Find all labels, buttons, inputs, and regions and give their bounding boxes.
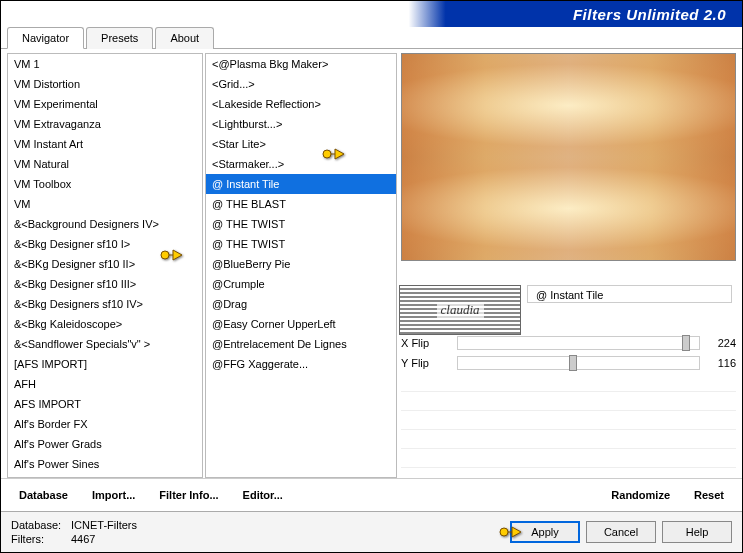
reset-button[interactable]: Reset [684,485,734,505]
filter-item[interactable]: @Crumple [206,274,396,294]
db-label: Database: [11,518,71,532]
slider-xflip-track[interactable] [457,336,700,350]
category-list[interactable]: VM 1VM DistortionVM ExperimentalVM Extra… [7,53,203,478]
slider-yflip-label: Y Flip [401,357,451,369]
preview-column: claudia @ Instant Tile X Flip 224 Y Flip [401,53,736,478]
category-item[interactable]: &<Bkg Designer sf10 III> [8,274,202,294]
filter-item[interactable]: <Lakeside Reflection> [206,94,396,114]
slider-yflip: Y Flip 116 [401,353,736,373]
help-button[interactable]: Help [662,521,732,543]
category-item[interactable]: Alf's Power Sines [8,454,202,474]
filter-item[interactable]: @ THE TWIST [206,234,396,254]
filter-item[interactable]: @BlueBerry Pie [206,254,396,274]
filter-item[interactable]: <Grid...> [206,74,396,94]
footer-info: Database:ICNET-Filters Filters:4467 [11,518,504,546]
filter-item[interactable]: <Star Lite> [206,134,396,154]
empty-slider-row [401,374,736,392]
category-item[interactable]: VM Instant Art [8,134,202,154]
filter-info-button[interactable]: Filter Info... [149,485,228,505]
filter-item[interactable]: @Entrelacement De Lignes [206,334,396,354]
category-item[interactable]: AFS IMPORT [8,394,202,414]
filter-item[interactable]: @ THE BLAST [206,194,396,214]
category-item[interactable]: &<BKg Designer sf10 II> [8,254,202,274]
category-item[interactable]: VM Distortion [8,74,202,94]
slider-yflip-track[interactable] [457,356,700,370]
watermark-badge: claudia [399,285,521,335]
filter-item[interactable]: <Starmaker...> [206,154,396,174]
filter-item[interactable]: @Drag [206,294,396,314]
slider-xflip-value: 224 [706,337,736,349]
category-item[interactable]: &<Background Designers IV> [8,214,202,234]
category-item[interactable]: VM 1 [8,54,202,74]
tab-bar: Navigator Presets About [1,26,742,49]
empty-slider-row [401,412,736,430]
category-item[interactable]: Alf's Border FX [8,414,202,434]
db-value: ICNET-Filters [71,519,137,531]
empty-slider-row [401,450,736,468]
filter-item[interactable]: <@Plasma Bkg Maker> [206,54,396,74]
editor-button[interactable]: Editor... [233,485,293,505]
import-button[interactable]: Import... [82,485,145,505]
database-button[interactable]: Database [9,485,78,505]
filter-list[interactable]: <@Plasma Bkg Maker><Grid...><Lakeside Re… [205,53,397,478]
footer: Database:ICNET-Filters Filters:4467 Appl… [1,511,742,552]
filters-value: 4467 [71,533,95,545]
randomize-button[interactable]: Randomize [601,485,680,505]
toolbar-row: Database Import... Filter Info... Editor… [1,478,742,511]
category-item[interactable]: &<Bkg Designers sf10 IV> [8,294,202,314]
slider-xflip: X Flip 224 [401,333,736,353]
tab-navigator[interactable]: Navigator [7,27,84,49]
slider-yflip-value: 116 [706,357,736,369]
slider-yflip-thumb[interactable] [569,355,577,371]
empty-slider-row [401,393,736,411]
category-item[interactable]: VM Extravaganza [8,114,202,134]
filter-item[interactable]: @ Instant Tile [206,174,396,194]
tab-presets[interactable]: Presets [86,27,153,49]
category-item[interactable]: AFH [8,374,202,394]
app-title: Filters Unlimited 2.0 [573,6,726,23]
filters-label: Filters: [11,532,71,546]
category-column: VM 1VM DistortionVM ExperimentalVM Extra… [7,53,203,478]
filter-item[interactable]: @ THE TWIST [206,214,396,234]
category-item[interactable]: VM Experimental [8,94,202,114]
slider-panel: X Flip 224 Y Flip 116 [401,333,736,468]
category-item[interactable]: VM Toolbox [8,174,202,194]
category-item[interactable]: &<Bkg Kaleidoscope> [8,314,202,334]
filter-item[interactable]: <Lightburst...> [206,114,396,134]
category-item[interactable]: &<Bkg Designer sf10 I> [8,234,202,254]
tab-about[interactable]: About [155,27,214,49]
filter-item[interactable]: @Easy Corner UpperLeft [206,314,396,334]
empty-slider-row [401,431,736,449]
cancel-button[interactable]: Cancel [586,521,656,543]
slider-xflip-thumb[interactable] [682,335,690,351]
content-area: VM 1VM DistortionVM ExperimentalVM Extra… [1,49,742,478]
category-item[interactable]: VM [8,194,202,214]
preview-image [401,53,736,261]
watermark-text: claudia [437,302,484,318]
titlebar: Filters Unlimited 2.0 [1,1,742,27]
apply-button[interactable]: Apply [510,521,580,543]
slider-xflip-label: X Flip [401,337,451,349]
category-item[interactable]: &<Sandflower Specials"v" > [8,334,202,354]
filters-unlimited-window: Filters Unlimited 2.0 Navigator Presets … [0,0,743,553]
filter-column: <@Plasma Bkg Maker><Grid...><Lakeside Re… [205,53,397,478]
category-item[interactable]: Alf's Power Grads [8,434,202,454]
filter-item[interactable]: @FFG Xaggerate... [206,354,396,374]
category-item[interactable]: [AFS IMPORT] [8,354,202,374]
category-item[interactable]: VM Natural [8,154,202,174]
current-filter-name: @ Instant Tile [527,285,732,303]
